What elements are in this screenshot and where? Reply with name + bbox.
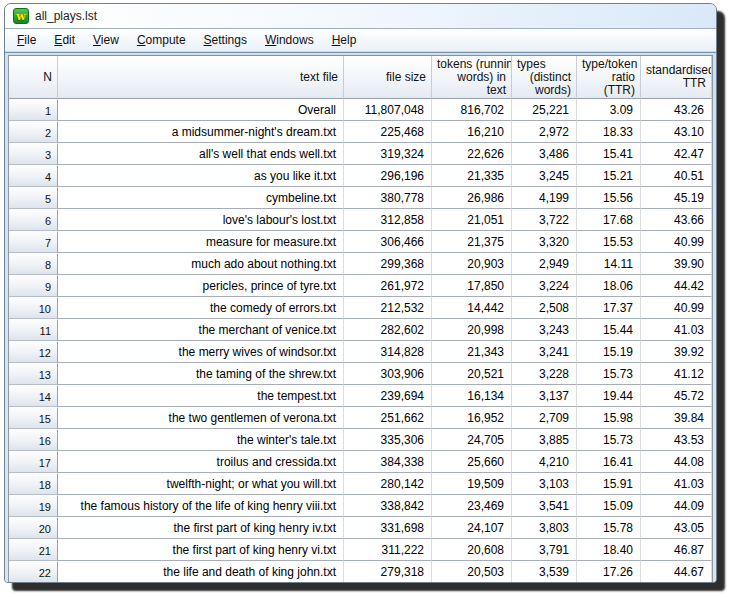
cell-types[interactable]: 2,709 — [512, 407, 577, 429]
cell-text-file[interactable]: the first part of king henry vi.txt — [58, 539, 344, 561]
cell-type-token-ratio[interactable]: 16.41 — [577, 451, 641, 473]
cell-tokens-in-text[interactable]: 21,051 — [432, 209, 512, 231]
cell-file-size[interactable]: 11,807,048 — [344, 99, 432, 121]
cell-text-file[interactable]: as you like it.txt — [58, 165, 344, 187]
row-number[interactable]: 5 — [9, 187, 58, 209]
row-number[interactable]: 6 — [9, 209, 58, 231]
cell-standardised-ttr[interactable]: 40.51 — [641, 165, 712, 187]
cell-text-file[interactable]: Overall — [58, 99, 344, 121]
cell-file-size[interactable]: 279,318 — [344, 561, 432, 582]
cell-text-file[interactable]: the tempest.txt — [58, 385, 344, 407]
cell-standardised-ttr[interactable]: 45.19 — [641, 187, 712, 209]
cell-standardised-ttr[interactable]: 44.09 — [641, 495, 712, 517]
cell-tokens-in-text[interactable]: 19,509 — [432, 473, 512, 495]
row-number[interactable]: 20 — [9, 517, 58, 539]
cell-tokens-in-text[interactable]: 20,608 — [432, 539, 512, 561]
cell-types[interactable]: 3,241 — [512, 341, 577, 363]
cell-standardised-ttr[interactable]: 41.12 — [641, 363, 712, 385]
cell-types[interactable]: 3,722 — [512, 209, 577, 231]
cell-standardised-ttr[interactable]: 44.67 — [641, 561, 712, 582]
cell-type-token-ratio[interactable]: 15.73 — [577, 429, 641, 451]
cell-file-size[interactable]: 239,694 — [344, 385, 432, 407]
wordsmith-app-icon[interactable]: w — [13, 8, 29, 24]
cell-text-file[interactable]: love's labour's lost.txt — [58, 209, 344, 231]
menu-file[interactable]: File — [8, 30, 45, 50]
cell-tokens-in-text[interactable]: 16,952 — [432, 407, 512, 429]
cell-tokens-in-text[interactable]: 816,702 — [432, 99, 512, 121]
cell-file-size[interactable]: 299,368 — [344, 253, 432, 275]
cell-type-token-ratio[interactable]: 15.44 — [577, 319, 641, 341]
row-number[interactable]: 7 — [9, 231, 58, 253]
cell-text-file[interactable]: the first part of king henry iv.txt — [58, 517, 344, 539]
cell-tokens-in-text[interactable]: 20,503 — [432, 561, 512, 582]
cell-tokens-in-text[interactable]: 25,660 — [432, 451, 512, 473]
row-number[interactable]: 22 — [9, 561, 58, 582]
cell-types[interactable]: 25,221 — [512, 99, 577, 121]
cell-types[interactable]: 3,791 — [512, 539, 577, 561]
cell-tokens-in-text[interactable]: 24,107 — [432, 517, 512, 539]
cell-tokens-in-text[interactable]: 21,343 — [432, 341, 512, 363]
row-number[interactable]: 3 — [9, 143, 58, 165]
cell-standardised-ttr[interactable]: 46.87 — [641, 539, 712, 561]
cell-standardised-ttr[interactable]: 42.47 — [641, 143, 712, 165]
cell-types[interactable]: 3,885 — [512, 429, 577, 451]
column-header-file-size[interactable]: file size — [344, 56, 432, 99]
cell-types[interactable]: 2,949 — [512, 253, 577, 275]
row-number[interactable]: 1 — [9, 99, 58, 121]
cell-text-file[interactable]: the life and death of king john.txt — [58, 561, 344, 582]
cell-text-file[interactable]: the merry wives of windsor.txt — [58, 341, 344, 363]
cell-type-token-ratio[interactable]: 15.78 — [577, 517, 641, 539]
cell-type-token-ratio[interactable]: 15.56 — [577, 187, 641, 209]
cell-type-token-ratio[interactable]: 15.19 — [577, 341, 641, 363]
cell-types[interactable]: 3,228 — [512, 363, 577, 385]
row-number[interactable]: 8 — [9, 253, 58, 275]
cell-tokens-in-text[interactable]: 14,442 — [432, 297, 512, 319]
cell-type-token-ratio[interactable]: 15.73 — [577, 363, 641, 385]
cell-standardised-ttr[interactable]: 43.53 — [641, 429, 712, 451]
cell-file-size[interactable]: 212,532 — [344, 297, 432, 319]
cell-file-size[interactable]: 312,858 — [344, 209, 432, 231]
cell-text-file[interactable]: the taming of the shrew.txt — [58, 363, 344, 385]
row-number[interactable]: 9 — [9, 275, 58, 297]
cell-text-file[interactable]: the merchant of venice.txt — [58, 319, 344, 341]
cell-tokens-in-text[interactable]: 23,469 — [432, 495, 512, 517]
cell-standardised-ttr[interactable]: 41.03 — [641, 473, 712, 495]
row-number[interactable]: 13 — [9, 363, 58, 385]
cell-file-size[interactable]: 261,972 — [344, 275, 432, 297]
cell-standardised-ttr[interactable]: 43.05 — [641, 517, 712, 539]
cell-standardised-ttr[interactable]: 43.10 — [641, 121, 712, 143]
cell-tokens-in-text[interactable]: 21,375 — [432, 231, 512, 253]
cell-types[interactable]: 3,103 — [512, 473, 577, 495]
cell-type-token-ratio[interactable]: 18.06 — [577, 275, 641, 297]
column-header-tokens-in-text[interactable]: tokens (runningwords) intext — [432, 56, 512, 99]
cell-file-size[interactable]: 380,778 — [344, 187, 432, 209]
cell-type-token-ratio[interactable]: 15.41 — [577, 143, 641, 165]
cell-text-file[interactable]: much ado about nothing.txt — [58, 253, 344, 275]
cell-file-size[interactable]: 319,324 — [344, 143, 432, 165]
menu-settings[interactable]: Settings — [195, 30, 256, 50]
cell-type-token-ratio[interactable]: 3.09 — [577, 99, 641, 121]
row-number[interactable]: 16 — [9, 429, 58, 451]
cell-type-token-ratio[interactable]: 18.40 — [577, 539, 641, 561]
cell-standardised-ttr[interactable]: 39.84 — [641, 407, 712, 429]
cell-types[interactable]: 3,803 — [512, 517, 577, 539]
cell-types[interactable]: 3,224 — [512, 275, 577, 297]
row-number[interactable]: 17 — [9, 451, 58, 473]
cell-types[interactable]: 3,245 — [512, 165, 577, 187]
row-number[interactable]: 18 — [9, 473, 58, 495]
cell-type-token-ratio[interactable]: 15.09 — [577, 495, 641, 517]
cell-file-size[interactable]: 251,662 — [344, 407, 432, 429]
cell-text-file[interactable]: cymbeline.txt — [58, 187, 344, 209]
cell-types[interactable]: 3,541 — [512, 495, 577, 517]
menu-compute[interactable]: Compute — [128, 30, 195, 50]
cell-file-size[interactable]: 335,306 — [344, 429, 432, 451]
cell-file-size[interactable]: 384,338 — [344, 451, 432, 473]
row-number[interactable]: 19 — [9, 495, 58, 517]
cell-standardised-ttr[interactable]: 39.92 — [641, 341, 712, 363]
cell-text-file[interactable]: the comedy of errors.txt — [58, 297, 344, 319]
column-header-type-token-ratio[interactable]: type/tokenratio(TTR) — [577, 56, 641, 99]
cell-standardised-ttr[interactable]: 40.99 — [641, 231, 712, 253]
row-number[interactable]: 15 — [9, 407, 58, 429]
cell-standardised-ttr[interactable]: 44.42 — [641, 275, 712, 297]
cell-types[interactable]: 4,199 — [512, 187, 577, 209]
